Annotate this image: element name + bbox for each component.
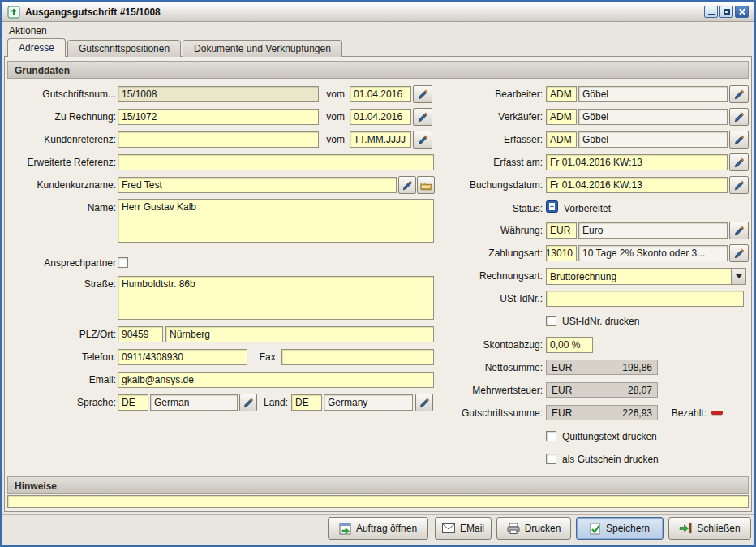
check-page-icon bbox=[590, 523, 601, 535]
pencil-icon bbox=[419, 398, 430, 408]
erfasst-am-picker-button[interactable] bbox=[729, 153, 749, 171]
nettosumme-value: 198,86 bbox=[622, 362, 652, 373]
zu-rechnung-field[interactable]: 15/1072 bbox=[118, 109, 319, 125]
telefon-field[interactable]: 0911/4308930 bbox=[118, 349, 247, 365]
label-kundenkurzname: Kundenkurzname: bbox=[4, 179, 116, 191]
minimize-button[interactable] bbox=[704, 6, 718, 18]
plz-field[interactable]: 90459 bbox=[118, 326, 163, 342]
bearbeiter-name-field: Göbel bbox=[578, 86, 728, 102]
pencil-icon bbox=[402, 180, 413, 191]
label-quittungstext-drucken[interactable]: Quittungstext drucken bbox=[562, 431, 657, 442]
label-telefon: Telefon: bbox=[4, 351, 116, 363]
close-button[interactable] bbox=[735, 6, 749, 18]
als-gutschein-drucken-checkbox[interactable] bbox=[546, 454, 556, 464]
maximize-icon bbox=[724, 9, 730, 15]
skontoabzug-field[interactable]: 0,00 % bbox=[546, 337, 593, 353]
ust-idnr-drucken-checkbox[interactable] bbox=[546, 316, 556, 326]
name-textarea[interactable]: Herr Gustav Kalb bbox=[118, 199, 434, 243]
label-plz-ort: PLZ/Ort: bbox=[4, 329, 116, 340]
strasse-textarea[interactable]: Humboldtstr. 86b bbox=[118, 276, 434, 320]
app-logo-icon bbox=[7, 6, 20, 19]
waehrung-name-field: Euro bbox=[578, 222, 728, 239]
hinweise-field[interactable] bbox=[7, 495, 749, 508]
menubar: Aktionen bbox=[2, 23, 754, 39]
pencil-icon bbox=[418, 135, 428, 145]
pencil-icon bbox=[734, 157, 745, 168]
sprache-code-field[interactable]: DE bbox=[118, 394, 148, 411]
kundenreferenz-field[interactable] bbox=[118, 131, 319, 148]
label-land: Land: bbox=[246, 397, 288, 408]
maximize-button[interactable] bbox=[719, 6, 733, 18]
rechnungsart-dropdown-button[interactable] bbox=[731, 269, 745, 284]
app-window: Ausgangsgutschrift #15/1008 Aktionen Adr… bbox=[0, 0, 756, 547]
erweiterte-referenz-field[interactable] bbox=[118, 154, 434, 170]
email-field[interactable]: gkalb@ansys.de bbox=[118, 372, 434, 388]
erfasser-picker-button[interactable] bbox=[729, 131, 749, 149]
label-bezahlt: Bezahlt: bbox=[664, 407, 707, 419]
label-sprache: Sprache: bbox=[4, 397, 116, 408]
erfasser-code-field[interactable]: ADM bbox=[546, 131, 577, 148]
ansprechpartner-checkbox[interactable] bbox=[118, 257, 128, 268]
ort-field[interactable]: Nürnberg bbox=[165, 326, 434, 342]
status-value: Vorbereitet bbox=[564, 203, 611, 214]
titlebar[interactable]: Ausgangsgutschrift #15/1008 bbox=[2, 2, 754, 22]
rechnungsdatum-field[interactable]: 01.04.2016 bbox=[350, 109, 411, 125]
envelope-icon bbox=[442, 523, 455, 533]
label-erfasst-am: Erfasst am: bbox=[437, 157, 543, 168]
folder-open-icon bbox=[420, 180, 432, 191]
verkaeufer-picker-button[interactable] bbox=[729, 108, 749, 126]
waehrung-code-field[interactable]: EUR bbox=[546, 222, 577, 239]
auftrag-oeffnen-button[interactable]: Auftrag öffnen bbox=[328, 517, 428, 540]
close-icon bbox=[738, 8, 745, 15]
gutschriftsdatum-picker-button[interactable] bbox=[413, 85, 432, 103]
referenzdatum-picker-button[interactable] bbox=[413, 131, 432, 149]
tab-dokumente[interactable]: Dokumente und Verknüpfungen bbox=[183, 40, 342, 57]
fax-field[interactable] bbox=[281, 349, 434, 365]
label-zu-rechnung: Zu Rechnung: bbox=[4, 111, 116, 123]
label-zahlungsart: Zahlungsart: bbox=[437, 248, 543, 259]
section-hinweise-title: Hinweise bbox=[15, 480, 57, 492]
rechnungsart-value: Bruttorechnung bbox=[547, 271, 731, 282]
land-picker-button[interactable] bbox=[415, 394, 433, 411]
nettosumme-display: EUR 198,86 bbox=[546, 360, 658, 375]
gutschriftsdatum-field[interactable]: 01.04.2016 bbox=[350, 86, 411, 102]
label-ust-idnr-drucken[interactable]: USt-IdNr. drucken bbox=[562, 316, 639, 327]
buchungsdatum-field[interactable]: Fr 01.04.2016 KW:13 bbox=[546, 177, 728, 193]
drucken-label: Drucken bbox=[525, 523, 561, 534]
bearbeiter-code-field[interactable]: ADM bbox=[546, 86, 577, 102]
ust-idnr-field[interactable] bbox=[546, 291, 744, 307]
zahlungsart-picker-button[interactable] bbox=[729, 244, 749, 262]
erfasst-am-field[interactable]: Fr 01.04.2016 KW:13 bbox=[546, 154, 728, 170]
status-blue-document-icon bbox=[546, 200, 558, 213]
kundenkurzname-open-button[interactable] bbox=[417, 176, 435, 194]
section-grunddaten-title: Grunddaten bbox=[15, 65, 70, 76]
label-status: Status: bbox=[437, 203, 543, 214]
kundenkurzname-picker-button[interactable] bbox=[398, 176, 416, 194]
email-button[interactable]: EMail bbox=[435, 517, 492, 540]
menu-aktionen[interactable]: Aktionen bbox=[2, 23, 54, 39]
label-als-gutschein-drucken[interactable]: als Gutschein drucken bbox=[562, 454, 659, 465]
pencil-icon bbox=[734, 248, 745, 259]
tab-bar: Adresse Gutschriftspositionen Dokumente … bbox=[7, 38, 342, 57]
waehrung-picker-button[interactable] bbox=[729, 222, 749, 239]
printer-icon bbox=[507, 523, 520, 534]
tab-gutschriftspositionen[interactable]: Gutschriftspositionen bbox=[67, 40, 181, 57]
zahlungsart-code-field[interactable]: 13010 bbox=[546, 245, 577, 261]
schliessen-button[interactable]: Schließen bbox=[668, 517, 751, 540]
speichern-button[interactable]: Speichern bbox=[576, 517, 664, 540]
land-code-field[interactable]: DE bbox=[291, 394, 322, 411]
verkaeufer-name-field: Göbel bbox=[578, 109, 728, 125]
bearbeiter-picker-button[interactable] bbox=[729, 85, 749, 103]
label-erfasser: Erfasser: bbox=[437, 134, 543, 145]
referenzdatum-field[interactable]: TT.MM.JJJJ bbox=[350, 131, 411, 148]
buchungsdatum-picker-button[interactable] bbox=[729, 176, 749, 194]
quittungstext-drucken-checkbox[interactable] bbox=[546, 431, 556, 441]
tab-adresse[interactable]: Adresse bbox=[7, 38, 66, 57]
verkaeufer-code-field[interactable]: ADM bbox=[546, 109, 577, 125]
rechnungsdatum-picker-button[interactable] bbox=[413, 108, 432, 126]
rechnungsart-select[interactable]: Bruttorechnung bbox=[546, 268, 746, 285]
pencil-icon bbox=[734, 180, 745, 191]
kundenkurzname-field[interactable]: Fred Test bbox=[118, 177, 397, 193]
drucken-button[interactable]: Drucken bbox=[496, 517, 571, 540]
schliessen-label: Schließen bbox=[697, 523, 740, 534]
